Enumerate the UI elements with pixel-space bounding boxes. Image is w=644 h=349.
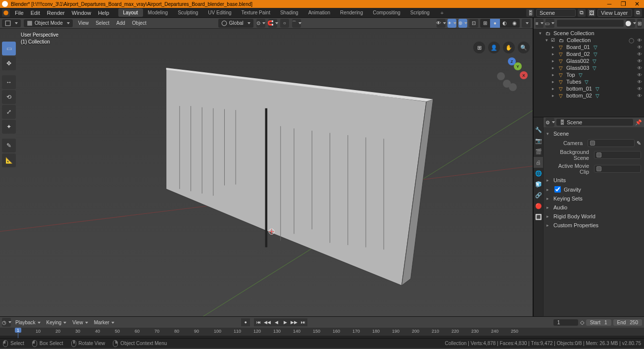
properties-breadcrumb[interactable]: 🎛 Scene [556,119,633,126]
menu-edit[interactable]: Edit [28,9,43,17]
visibility-icon[interactable]: 👁 [637,72,642,78]
pin-icon[interactable]: 📌 [635,119,642,126]
tree-collection[interactable]: ▾ ☑ 🗀 Collection ◯👁 [534,37,644,44]
gizmo-toggle[interactable]: ✦ [447,19,456,28]
snap-toggle[interactable]: 🧲 [268,19,277,28]
new-viewlayer-button[interactable]: ⧉ [634,9,642,17]
outliner-editor-type[interactable]: ≡ [536,19,544,28]
workspace-uv-editing[interactable]: UV Editing [203,8,236,17]
viewport-menu-object[interactable]: Object [130,19,149,27]
camera-view-icon[interactable]: ⊞ [473,42,485,53]
bgscene-field[interactable] [594,151,641,159]
proportional-falloff[interactable]: ⌒ [292,19,301,28]
properties-tab-1[interactable]: 📷 [534,135,543,146]
menu-help[interactable]: Help [95,9,112,17]
viewport-menu-add[interactable]: Add [114,19,128,27]
eyedropper-icon[interactable]: ✎ [637,140,641,147]
properties-tab-2[interactable]: 🎬 [534,146,543,157]
autokey-toggle[interactable]: ● [241,318,250,326]
editor-type-dropdown[interactable] [2,19,21,27]
axis-neg-z[interactable] [509,83,517,91]
tree-item[interactable]: ▸▽bottom_02▽👁 [534,92,644,99]
tree-item[interactable]: ▸▽Board_01▽👁 [534,44,644,50]
tool-select-box[interactable]: ▭ [2,42,16,55]
workspace-shading[interactable]: Shading [275,8,303,17]
workspace-rendering[interactable]: Rendering [335,8,368,17]
workspace-animation[interactable]: Animation [303,8,335,17]
current-frame-field[interactable]: 1 [553,319,578,326]
outliner-display-mode[interactable]: ▭ [545,19,554,28]
visibility-icon[interactable]: 👁 [637,65,642,71]
outliner-filter[interactable]: ⚪ [626,19,635,28]
close-button[interactable]: ✕ [632,0,642,7]
tree-scene-collection[interactable]: ▾ 🗀 Scene Collection [534,30,644,37]
section-rigid[interactable]: ▸Rigid Body World [546,212,641,221]
orientation-dropdown[interactable]: Global [218,19,253,28]
add-workspace-button[interactable]: + [437,10,447,16]
properties-tab-0[interactable]: 🔧 [534,124,543,135]
workspace-scripting[interactable]: Scripting [405,8,435,17]
shading-wireframe[interactable]: ⊞ [480,19,490,28]
timeline-menu-marker[interactable]: Marker [92,319,117,326]
shading-options[interactable] [522,19,531,28]
workspace-modeling[interactable]: Modeling [143,8,173,17]
pivot-dropdown[interactable]: ⊙ [256,19,265,28]
viewport-3d[interactable]: User Perspective (1) Collection ▭✥↔⟲⤢✦✎📐… [0,29,533,316]
keyframe-prev-button[interactable]: ◀◀ [263,318,272,326]
shading-solid[interactable]: ● [490,19,500,28]
axis-z[interactable]: Z [508,57,516,65]
viewport-menu-view[interactable]: View [76,19,92,27]
tool-scale[interactable]: ⤢ [2,105,16,119]
viewlayer-icon[interactable]: 🖼 [588,9,595,17]
properties-tab-8[interactable]: 🔳 [534,211,543,222]
jump-start-button[interactable]: ⏮ [254,318,263,326]
tool-transform[interactable]: ✦ [2,120,16,134]
visibility-icon[interactable]: 👁 [637,93,642,99]
xray-toggle[interactable]: ⊡ [469,19,478,28]
gravity-checkbox[interactable] [554,186,561,193]
section-custom[interactable]: ▸Custom Properties [546,221,641,230]
properties-editor-type[interactable]: ⚙ [545,118,554,127]
visibility-icon[interactable]: 👁 [637,38,642,43]
shading-lookdev[interactable]: ◐ [500,19,510,28]
axis-gizmo[interactable]: X Y Z [494,57,530,93]
scene-icon[interactable]: 🎛 [526,9,534,17]
visibility-icon[interactable]: 👁 [637,86,642,92]
proportional-toggle[interactable]: ○ [280,19,289,28]
maximize-button[interactable]: ❐ [618,0,628,7]
axis-neg-x[interactable] [497,72,505,80]
overlays-toggle[interactable]: ⊕ [458,19,467,28]
menu-render[interactable]: Render [44,9,68,17]
exclude-icon[interactable]: ◯ [629,38,634,43]
visibility-icon[interactable]: 👁 [637,58,642,64]
minimize-button[interactable]: ─ [604,0,614,7]
shading-rendered[interactable]: ◉ [510,19,520,28]
section-gravity[interactable]: ▸Gravity [546,185,641,194]
tree-item[interactable]: ▸▽bottom_01▽👁 [534,85,644,92]
properties-tab-7[interactable]: 🔴 [534,200,543,211]
end-frame-field[interactable]: End250 [613,319,642,326]
tree-item[interactable]: ▸▽Tubes▽👁 [534,78,644,85]
menu-file[interactable]: File [12,9,27,17]
tree-item[interactable]: ▸▽Glass003▽👁 [534,64,644,71]
tool-rotate[interactable]: ⟲ [2,90,16,104]
timeline-menu-view[interactable]: View [70,319,91,326]
section-scene[interactable]: ▾Scene [546,129,641,138]
section-keying[interactable]: ▸Keying Sets [546,194,641,203]
tree-item[interactable]: ▸▽Board_02▽👁 [534,50,644,57]
start-frame-field[interactable]: Start1 [586,319,611,326]
zoom-icon[interactable]: 🔍 [518,42,530,53]
keyframe-next-button[interactable]: ▶▶ [290,318,298,326]
workspace-sculpting[interactable]: Sculpting [173,8,203,17]
menu-window[interactable]: Window [69,9,94,17]
viewlayer-selector[interactable]: View Layer [597,9,632,17]
workspace-texture-paint[interactable]: Texture Paint [237,8,275,17]
tree-item[interactable]: ▸▽Top▽👁 [534,71,644,78]
section-audio[interactable]: ▸Audio [546,203,641,212]
tree-item[interactable]: ▸▽Glass002▽👁 [534,57,644,64]
workspace-layout[interactable]: Layout [118,8,143,17]
clip-field[interactable] [594,165,641,173]
tool-cursor[interactable]: ✥ [2,56,16,70]
workspace-compositing[interactable]: Compositing [368,8,405,17]
play-reverse-button[interactable]: ◀ [272,318,281,326]
